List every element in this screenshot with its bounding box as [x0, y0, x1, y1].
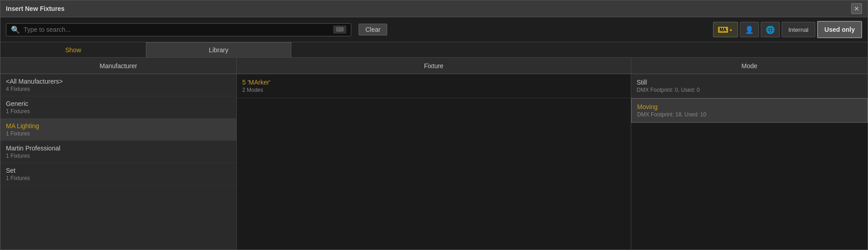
- manufacturer-item-generic[interactable]: Generic 1 Fixtures: [0, 96, 236, 119]
- search-icon: 🔍: [11, 25, 20, 34]
- tab-show[interactable]: Show: [0, 43, 146, 57]
- search-area: 🔍 ⌨: [6, 23, 351, 36]
- search-input[interactable]: [24, 26, 329, 33]
- globe-icon: 🌐: [766, 25, 775, 34]
- manufacturer-item-set[interactable]: Set 1 Fixtures: [0, 163, 236, 185]
- filter-used-only-button[interactable]: Used only: [817, 21, 862, 38]
- ma-icon-small: ▲: [729, 27, 733, 32]
- manufacturer-count: 4 Fixtures: [6, 86, 231, 92]
- tab-library[interactable]: Library: [146, 42, 291, 57]
- title-bar: Insert New Fixtures ✕: [0, 0, 868, 17]
- dialog-title: Insert New Fixtures: [6, 5, 65, 12]
- manufacturer-item-ma-lighting[interactable]: MA Lighting 1 Fixtures: [0, 119, 236, 141]
- mode-item-moving[interactable]: Moving DMX Footprint: 18, Used: 10: [631, 98, 868, 123]
- user-icon: 👤: [745, 25, 754, 34]
- manufacturer-item-martin[interactable]: Martin Professional 1 Fixtures: [0, 141, 236, 163]
- manufacturer-count: 1 Fixtures: [6, 130, 231, 137]
- filter-ma-button[interactable]: MA ▲: [713, 22, 738, 37]
- clear-button[interactable]: Clear: [359, 24, 387, 35]
- fixture-name: 5 'MArker': [242, 79, 625, 86]
- manufacturer-count: 1 Fixtures: [6, 108, 231, 115]
- ma-icon: MA: [718, 27, 728, 33]
- tabs-row: Show Library: [0, 42, 868, 58]
- manufacturer-name: MA Lighting: [6, 122, 231, 130]
- fixture-item-marker[interactable]: 5 'MArker' 2 Modes: [237, 74, 631, 98]
- filter-globe-button[interactable]: 🌐: [761, 22, 780, 37]
- mode-details: DMX Footprint: 18, Used: 10: [637, 111, 862, 118]
- manufacturer-name: Martin Professional: [6, 145, 231, 152]
- mode-name: Still: [637, 79, 862, 86]
- columns-header: Manufacturer Fixture Mode: [0, 58, 868, 74]
- fixture-modes: 2 Modes: [242, 87, 625, 93]
- filter-buttons: MA ▲ 👤 🌐 Internal Used only: [713, 21, 862, 38]
- toolbar: 🔍 ⌨ Clear MA ▲ 👤 🌐 Internal Used only: [0, 17, 868, 42]
- manufacturer-count: 1 Fixtures: [6, 175, 231, 181]
- filter-internal-button[interactable]: Internal: [782, 22, 815, 37]
- mode-name: Moving: [637, 103, 862, 110]
- manufacturer-name: Generic: [6, 100, 231, 107]
- manufacturer-name: Set: [6, 167, 231, 174]
- manufacturer-list: <All Manufacturers> 4 Fixtures Generic 1…: [0, 74, 237, 250]
- col-header-fixture: Fixture: [237, 58, 631, 74]
- manufacturer-count: 1 Fixtures: [6, 153, 231, 159]
- fixture-list: 5 'MArker' 2 Modes: [237, 74, 631, 250]
- manufacturer-item-all[interactable]: <All Manufacturers> 4 Fixtures: [0, 74, 236, 96]
- mode-details: DMX Footprint: 0, Used: 0: [637, 87, 862, 93]
- filter-user-button[interactable]: 👤: [740, 22, 759, 37]
- keyboard-icon: ⌨: [333, 25, 346, 34]
- col-header-manufacturer: Manufacturer: [0, 58, 237, 74]
- content-area: <All Manufacturers> 4 Fixtures Generic 1…: [0, 74, 868, 250]
- insert-fixtures-dialog: Insert New Fixtures ✕ 🔍 ⌨ Clear MA ▲ 👤 🌐…: [0, 0, 868, 250]
- mode-list: Still DMX Footprint: 0, Used: 0 Moving D…: [631, 74, 868, 250]
- col-header-mode: Mode: [631, 58, 868, 74]
- manufacturer-name: <All Manufacturers>: [6, 78, 231, 85]
- mode-item-still[interactable]: Still DMX Footprint: 0, Used: 0: [631, 74, 868, 98]
- close-button[interactable]: ✕: [851, 3, 862, 14]
